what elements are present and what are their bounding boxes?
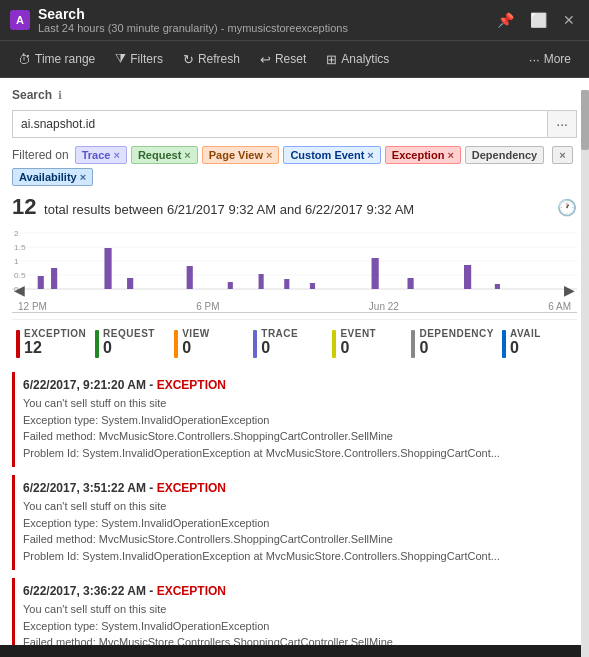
exception-value: 12 <box>24 339 86 357</box>
trace-bar <box>253 330 257 358</box>
filter-pageview-close[interactable]: × <box>266 149 272 161</box>
view-name: VIEW <box>182 328 210 339</box>
filter-availability[interactable]: Availability × <box>12 168 93 186</box>
svg-text:2: 2 <box>14 229 19 238</box>
time-range-button[interactable]: ⏱ Time range <box>10 48 103 71</box>
stat-dependency[interactable]: DEPENDENCY 0 <box>407 326 497 360</box>
filter-availability-label: Availability <box>19 171 77 183</box>
event-card-0[interactable]: 6/22/2017, 9:21:20 AM - EXCEPTION You ca… <box>12 372 577 467</box>
stat-avail[interactable]: AVAIL 0 <box>498 326 577 360</box>
svg-rect-12 <box>104 248 111 289</box>
event-detail-1: You can't sell stuff on this site Except… <box>23 498 569 564</box>
stat-trace[interactable]: TRACE 0 <box>249 326 328 360</box>
chart-area: ◀ 2 1.5 1 0.5 0 <box>12 228 577 313</box>
more-label: More <box>544 52 571 66</box>
event-title-1: You can't sell stuff on this site <box>23 498 569 515</box>
time-range-label: Time range <box>35 52 95 66</box>
filter-exception-close[interactable]: × <box>447 149 453 161</box>
chart-scroll-right[interactable]: ▶ <box>564 282 575 298</box>
view-value: 0 <box>182 339 210 357</box>
stat-event[interactable]: EVENT 0 <box>328 326 407 360</box>
event-line3-0: Problem Id: System.InvalidOperationExcep… <box>23 445 569 462</box>
filter-customevent-label: Custom Event <box>290 149 364 161</box>
event-timestamp-2: 6/22/2017, 3:36:22 AM <box>23 584 146 598</box>
maximize-button[interactable]: ⬜ <box>526 10 551 30</box>
reset-label: Reset <box>275 52 306 66</box>
results-summary-text: total results between 6/21/2017 9:32 AM … <box>44 202 414 217</box>
svg-rect-22 <box>495 284 500 289</box>
svg-rect-19 <box>372 258 379 289</box>
filters-button[interactable]: ⧩ Filters <box>107 47 171 71</box>
request-value: 0 <box>103 339 155 357</box>
trace-content: TRACE 0 <box>261 328 298 357</box>
filter-trace[interactable]: Trace × <box>75 146 127 164</box>
search-input-wrapper: ··· <box>12 110 577 138</box>
request-name: REQUEST <box>103 328 155 339</box>
filter-pageview-label: Page View <box>209 149 263 161</box>
analytics-button[interactable]: ⊞ Analytics <box>318 48 397 71</box>
stat-exception[interactable]: EXCEPTION 12 <box>12 326 91 360</box>
exception-name: EXCEPTION <box>24 328 86 339</box>
app-icon: A <box>10 10 30 30</box>
event-type-2: EXCEPTION <box>157 584 226 598</box>
request-bar <box>95 330 99 358</box>
svg-rect-18 <box>310 283 315 289</box>
refresh-button[interactable]: ↻ Refresh <box>175 48 248 71</box>
event-content: EVENT 0 <box>340 328 376 357</box>
window-title: Search <box>38 6 348 22</box>
filter-request[interactable]: Request × <box>131 146 198 164</box>
event-card-1[interactable]: 6/22/2017, 3:51:22 AM - EXCEPTION You ca… <box>12 475 577 570</box>
filter-pageview[interactable]: Page View × <box>202 146 280 164</box>
pin-button[interactable]: 📌 <box>493 10 518 30</box>
event-line1-2: Exception type: System.InvalidOperationE… <box>23 618 569 635</box>
filter-exception[interactable]: Exception × <box>385 146 461 164</box>
filter-customevent-close[interactable]: × <box>367 149 373 161</box>
filter-trace-close[interactable]: × <box>113 149 119 161</box>
event-bar <box>332 330 336 358</box>
event-title-2: You can't sell stuff on this site <box>23 601 569 618</box>
dependency-content: DEPENDENCY 0 <box>419 328 493 357</box>
filter-availability-close[interactable]: × <box>80 171 86 183</box>
stat-view[interactable]: VIEW 0 <box>170 326 249 360</box>
avail-value: 0 <box>510 339 541 357</box>
reset-button[interactable]: ↩ Reset <box>252 48 314 71</box>
event-value: 0 <box>340 339 376 357</box>
svg-text:1: 1 <box>14 257 19 266</box>
search-row: Search ℹ <box>12 88 577 102</box>
avail-name: AVAIL <box>510 328 541 339</box>
event-line2-1: Failed method: MvcMusicStore.Controllers… <box>23 531 569 548</box>
filter-dependency[interactable]: Dependency <box>465 146 544 164</box>
svg-rect-11 <box>51 268 57 289</box>
filter-request-close[interactable]: × <box>184 149 190 161</box>
close-button[interactable]: ✕ <box>559 10 579 30</box>
event-type-1: EXCEPTION <box>157 481 226 495</box>
scrollbar[interactable] <box>581 90 589 657</box>
dependency-name: DEPENDENCY <box>419 328 493 339</box>
history-icon[interactable]: 🕐 <box>557 198 577 217</box>
refresh-label: Refresh <box>198 52 240 66</box>
title-left: A Search Last 24 hours (30 minute granul… <box>10 6 348 34</box>
search-input[interactable] <box>13 112 547 136</box>
view-content: VIEW 0 <box>182 328 210 357</box>
svg-rect-21 <box>464 265 471 289</box>
request-content: REQUEST 0 <box>103 328 155 357</box>
main-content: Search ℹ ··· Filtered on Trace × Request… <box>0 78 589 645</box>
search-options-button[interactable]: ··· <box>547 111 576 137</box>
event-line3-1: Problem Id: System.InvalidOperationExcep… <box>23 548 569 565</box>
chart-xlabel-12pm: 12 PM <box>18 301 47 312</box>
stat-request[interactable]: REQUEST 0 <box>91 326 170 360</box>
avail-content: AVAIL 0 <box>510 328 541 357</box>
filter-dependency-close-tag[interactable]: × <box>552 146 572 164</box>
chart-xaxis: 12 PM 6 PM Jun 22 6 AM <box>12 301 577 312</box>
chart-scroll-left[interactable]: ◀ <box>14 282 25 298</box>
more-icon: ··· <box>529 52 540 67</box>
event-card-2[interactable]: 6/22/2017, 3:36:22 AM - EXCEPTION You ca… <box>12 578 577 645</box>
filter-exception-label: Exception <box>392 149 445 161</box>
filters-label-text: Filtered on <box>12 148 69 162</box>
more-button[interactable]: ··· More <box>521 48 579 71</box>
filter-dependency-x[interactable]: × <box>559 149 565 161</box>
scrollbar-thumb[interactable] <box>581 90 589 150</box>
event-line1-1: Exception type: System.InvalidOperationE… <box>23 515 569 532</box>
title-text-area: Search Last 24 hours (30 minute granular… <box>38 6 348 34</box>
filter-customevent[interactable]: Custom Event × <box>283 146 380 164</box>
